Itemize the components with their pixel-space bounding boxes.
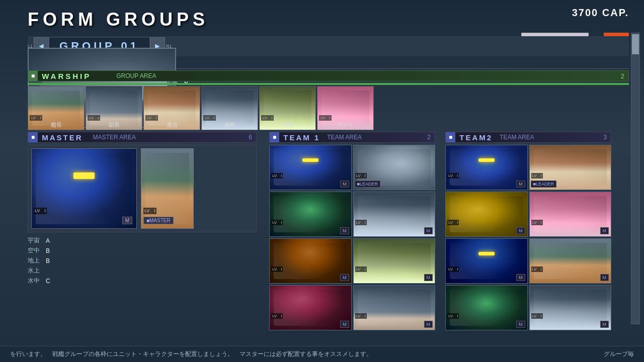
master-stat-underwater-value: C	[46, 278, 50, 285]
warship-slots: LV I 艦長 LV I 副長 LV I 通信 LV I 操舵	[28, 86, 629, 130]
master-stat-water-label: 水上	[28, 266, 42, 275]
team2-area-label: TEAM AREA	[500, 134, 534, 141]
team2-slot-3[interactable]: LV I M	[445, 192, 528, 237]
team2-slot2-lv: LV I	[531, 173, 543, 178]
warship-slot6-lv: LV I	[319, 115, 332, 121]
team2-slot-2[interactable]: LV I ■LEADER	[529, 145, 612, 190]
team2-slot-7[interactable]: LV I M	[445, 285, 528, 330]
warship-slot1-lv: LV I	[30, 115, 42, 121]
master-stat-ground-label: 地上	[28, 256, 42, 265]
team2-slot-1[interactable]: LV I M	[445, 145, 528, 190]
master-stats: 宇宙 A 空中 B 地上 B 水上 水中 C	[28, 236, 199, 287]
warship-green-bar	[28, 83, 629, 85]
team1-slot-4[interactable]: LV I M	[353, 192, 436, 237]
team2-content: LV I M LV I ■LEADER LV I M LV I M LV I M	[445, 145, 611, 330]
master-area-label: MASTER AREA	[93, 134, 136, 141]
team1-slot-6[interactable]: LV I M	[353, 238, 436, 284]
page-title: FORM GROUPS	[28, 9, 209, 30]
master-tag: ■	[28, 132, 38, 142]
warship-slot-2[interactable]: LV I 副長	[86, 86, 142, 130]
team2-slot8-badge: M	[600, 321, 609, 328]
warship-slot4-label: 操舵	[202, 121, 258, 129]
team1-slot4-lv: LV I	[355, 220, 367, 225]
master-mech-m-badge: M	[122, 217, 132, 224]
warship-slot2-lv: LV I	[88, 115, 100, 121]
warship-area-number: 2	[621, 72, 624, 80]
team2-slot-8[interactable]: LV I M	[529, 285, 612, 330]
team2-slot6-badge: M	[600, 274, 609, 281]
warship-slot-3[interactable]: LV I 通信	[143, 86, 200, 130]
team1-section: ■ TEAM 1 TEAM AREA 2 LV I M LV I ■LEADER…	[269, 132, 435, 330]
team1-slot5-lv: LV I	[271, 266, 283, 272]
team2-title: TEAM2	[459, 133, 493, 142]
warship-title: WARSHIP	[42, 72, 91, 80]
team2-slot-4[interactable]: LV I M	[529, 192, 612, 237]
team2-slot4-badge: M	[600, 227, 609, 234]
team1-tag: ■	[270, 132, 279, 142]
team2-section: ■ TEAM2 TEAM AREA 3 LV I M LV I ■LEADER …	[445, 132, 611, 330]
status-right-text: グループ毎	[604, 350, 634, 358]
status-bar: を行います。 戦艦グループの各枠にユニット・キャラクターを配置しましょう。 マス…	[0, 346, 644, 362]
warship-slot-6[interactable]: LV I ゲスト	[317, 86, 374, 130]
team2-slot5-lv: LV I	[447, 266, 459, 272]
warship-slot-5[interactable]: LV I 整備	[259, 86, 316, 130]
master-stat-space-label: 宇宙	[28, 236, 42, 245]
team1-slot6-lv: LV I	[355, 266, 367, 272]
master-stat-air-label: 空中	[28, 246, 42, 255]
master-char-master-badge: ■MASTER	[143, 217, 174, 224]
master-stat-air-value: B	[46, 247, 50, 254]
warship-slot-1[interactable]: LV I 艦長	[28, 86, 85, 130]
team1-slot-3[interactable]: LV I M	[269, 192, 352, 237]
team1-area-label: TEAM AREA	[327, 134, 362, 141]
warship-slot3-label: 通信	[144, 121, 200, 129]
team1-slot2-lv: LV I	[355, 173, 367, 178]
team1-slot-7[interactable]: LV I M	[269, 285, 352, 330]
master-char-lv: LV I	[143, 208, 156, 214]
team1-slot-8[interactable]: LV I M	[353, 285, 436, 330]
master-stat-ground-value: B	[46, 257, 50, 264]
warship-area-label: GROUP AREA	[116, 72, 156, 79]
team1-title: TEAM 1	[283, 133, 320, 142]
team1-slot-5[interactable]: LV I M	[269, 238, 352, 284]
team1-slot7-lv: LV I	[271, 313, 283, 319]
warship-tag: ■	[28, 71, 38, 81]
status-message: を行います。 戦艦グループの各枠にユニット・キャラクターを配置しましょう。 マス…	[10, 350, 372, 358]
team1-slot-1[interactable]: LV I M	[269, 145, 352, 190]
team2-tag: ■	[446, 132, 455, 142]
team1-slot3-lv: LV I	[271, 220, 283, 225]
warship-slot5-lv: LV I	[261, 115, 274, 121]
team2-slot3-lv: LV I	[447, 220, 459, 225]
master-content: LV I M LV I ■MASTER	[28, 145, 257, 232]
team1-slot4-badge: M	[424, 227, 433, 234]
team2-slot-6[interactable]: LV I M	[529, 238, 612, 284]
team2-slot1-badge: M	[516, 180, 525, 188]
warship-slot-4[interactable]: LV I 操舵	[201, 86, 258, 130]
team1-slot-2[interactable]: LV I ■LEADER	[353, 145, 436, 190]
master-stat-underwater-label: 水中	[28, 277, 42, 285]
master-section: ■ MASTER MASTER AREA 6 LV I M LV I ■MAST…	[28, 132, 257, 232]
warship-slot5-label: 整備	[260, 121, 315, 129]
warship-slot6-label: ゲスト	[317, 121, 373, 129]
team2-area-number: 3	[603, 134, 607, 141]
team1-slot5-badge: M	[340, 274, 349, 281]
team1-area-number: 2	[427, 134, 431, 141]
cap-display: 3700 CAP.	[572, 7, 629, 19]
warship-slot2-label: 副長	[86, 121, 142, 129]
team1-slot2-leader: ■LEADER	[355, 180, 380, 188]
team1-content: LV I M LV I ■LEADER LV I M LV I M LV I M…	[269, 145, 435, 330]
scrollbar[interactable]	[631, 33, 640, 324]
team1-slot3-badge: M	[340, 227, 349, 234]
team1-slot1-badge: M	[340, 180, 349, 188]
master-char-slot[interactable]: LV I ■MASTER	[141, 148, 194, 229]
warship-header: ■ WARSHIP GROUP AREA 2	[28, 70, 629, 81]
warship-slot1-label: 艦長	[28, 121, 84, 129]
warship-slot3-lv: LV I	[145, 115, 158, 121]
team2-slot-5[interactable]: LV I M	[445, 238, 528, 284]
team2-header: ■ TEAM2 TEAM AREA 3	[445, 132, 611, 143]
team2-slot3-badge: M	[516, 227, 525, 234]
team2-slot2-leader: ■LEADER	[531, 180, 556, 188]
master-mech-slot[interactable]: LV I M	[31, 148, 137, 229]
team1-slot8-lv: LV I	[355, 313, 367, 319]
scrollbar-thumb	[632, 34, 639, 54]
team2-slot4-lv: LV I	[531, 220, 543, 225]
